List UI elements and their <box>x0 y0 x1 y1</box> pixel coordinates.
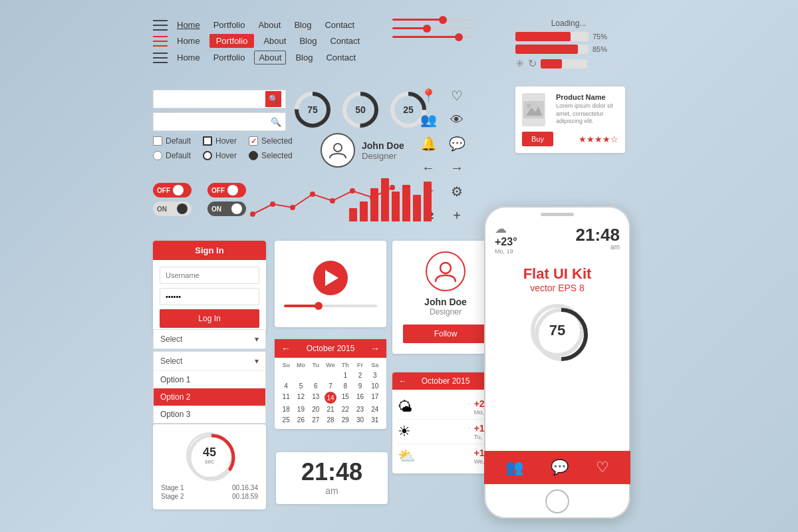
checkbox-box-hover-1[interactable] <box>203 136 212 146</box>
cal-day-21[interactable]: 21 <box>323 404 338 414</box>
cal-day-28[interactable]: 28 <box>323 415 338 425</box>
nav-home-1[interactable]: Home <box>173 19 204 31</box>
eye-icon[interactable]: 👁 <box>448 110 466 129</box>
hamburger-menu-2[interactable] <box>153 36 168 47</box>
chat-icon[interactable]: 💬 <box>448 134 466 153</box>
checkbox-box-selected-1[interactable]: ✓ <box>249 136 258 146</box>
dropdown-header[interactable]: Select ▾ <box>154 352 265 371</box>
cal-day-31[interactable]: 31 <box>368 415 382 425</box>
dropdown-select-1[interactable]: Select ▾ <box>153 329 266 349</box>
radio-default[interactable]: Default <box>153 151 191 160</box>
hamburger-menu-3[interactable] <box>153 53 168 63</box>
arrow-right-icon[interactable]: → <box>448 158 466 177</box>
play-button[interactable] <box>313 261 348 295</box>
search-input-2[interactable] <box>158 117 271 126</box>
cal-day-15[interactable]: 15 <box>338 392 352 404</box>
search-button-1[interactable]: 🔍 <box>265 91 281 107</box>
cal-day-27[interactable]: 27 <box>309 415 323 425</box>
nav-about-3[interactable]: About <box>254 51 286 65</box>
radio-box-hover[interactable] <box>203 151 212 160</box>
settings-icon[interactable]: ⚙ <box>448 182 466 201</box>
nav-contact-1[interactable]: Contact <box>321 19 358 31</box>
radio-selected[interactable]: Selected <box>249 151 293 160</box>
cal-day-19[interactable]: 19 <box>293 404 308 414</box>
nav-home-2[interactable]: Home <box>173 35 204 47</box>
cal-day-2[interactable]: 2 <box>352 370 367 380</box>
users-icon[interactable]: 👥 <box>419 110 438 129</box>
nav-blog-1[interactable]: Blog <box>290 19 315 31</box>
toggle-off-2[interactable]: OFF <box>207 183 246 198</box>
radio-hover[interactable]: Hover <box>203 151 237 160</box>
nav-contact-3[interactable]: Contact <box>322 51 360 64</box>
nav-portfolio-2[interactable]: Portfolio <box>209 34 255 48</box>
nav-about-1[interactable]: About <box>254 19 285 31</box>
cal-day-6[interactable]: 6 <box>309 381 323 391</box>
cal-day-29[interactable]: 29 <box>338 415 352 425</box>
calendar-next[interactable]: → <box>370 343 380 354</box>
password-input[interactable] <box>160 288 259 305</box>
cal-day-14-today[interactable]: 14 <box>325 392 336 404</box>
slider-track-3[interactable] <box>392 36 472 38</box>
cal-day-22[interactable]: 22 <box>338 404 352 414</box>
dropdown-option-1[interactable]: Option 1 <box>154 371 265 388</box>
login-button[interactable]: Log In <box>160 309 259 328</box>
buy-button[interactable]: Buy <box>522 132 553 146</box>
cal-day-18[interactable]: 18 <box>279 404 293 414</box>
username-input[interactable] <box>160 267 259 284</box>
cal-day-12[interactable]: 12 <box>293 392 308 404</box>
checkbox-default-1[interactable]: Default <box>153 136 191 146</box>
search-input-1[interactable] <box>158 94 265 104</box>
phone-nav-chat-icon[interactable]: 💬 <box>551 459 569 476</box>
toggle-on-2[interactable]: ON <box>207 201 246 216</box>
cal-day-26[interactable]: 26 <box>293 415 308 425</box>
cal-day-25[interactable]: 25 <box>279 415 293 425</box>
video-progress-bar[interactable] <box>284 305 377 307</box>
checkbox-hover-1[interactable]: Hover <box>203 136 237 146</box>
arrow-left-icon[interactable]: ← <box>419 158 438 177</box>
cal-day-1[interactable]: 1 <box>338 370 352 380</box>
hamburger-menu-1[interactable] <box>153 20 168 31</box>
cal-day-17[interactable]: 17 <box>368 392 382 404</box>
nav-contact-2[interactable]: Contact <box>326 35 364 47</box>
cal-day-4[interactable]: 4 <box>279 381 293 391</box>
bell-icon[interactable]: 🔔 <box>419 134 438 153</box>
heart-icon[interactable]: ♡ <box>448 86 466 105</box>
dropdown-option-2[interactable]: Option 2 <box>154 388 265 406</box>
radio-box-default[interactable] <box>153 151 162 160</box>
dropdown-option-3[interactable]: Option 3 <box>154 406 265 423</box>
nav-blog-2[interactable]: Blog <box>295 35 321 47</box>
toggle-on-1[interactable]: ON <box>153 201 192 216</box>
cal-day-9[interactable]: 9 <box>352 381 367 391</box>
phone-nav-users-icon[interactable]: 👥 <box>505 459 523 476</box>
phone-nav-heart-icon[interactable]: ♡ <box>596 459 609 476</box>
pin-icon[interactable]: 📍 <box>419 86 438 105</box>
cal-day-16[interactable]: 16 <box>352 392 367 404</box>
nav-about-2[interactable]: About <box>259 35 290 47</box>
toggle-off-1[interactable]: OFF <box>153 183 192 198</box>
checkbox-selected-1[interactable]: ✓ Selected <box>249 136 293 146</box>
cal-day-10[interactable]: 10 <box>368 381 382 391</box>
cal-day-20[interactable]: 20 <box>309 404 323 414</box>
cal-day-3[interactable]: 3 <box>368 370 382 380</box>
cal-day-7[interactable]: 7 <box>323 381 338 391</box>
nav-portfolio-1[interactable]: Portfolio <box>209 19 249 31</box>
add-icon[interactable]: + <box>448 206 466 225</box>
phone-home-button[interactable] <box>545 489 569 513</box>
video-progress-thumb[interactable] <box>315 302 323 310</box>
cal-day-5[interactable]: 5 <box>293 381 308 391</box>
slider-track-2[interactable] <box>392 27 472 29</box>
nav-portfolio-3[interactable]: Portfolio <box>209 51 249 64</box>
slider-track-1[interactable] <box>392 19 472 21</box>
follow-button[interactable]: Follow <box>403 325 488 343</box>
cal-day-13[interactable]: 13 <box>309 392 323 404</box>
cal-day-30[interactable]: 30 <box>352 415 367 425</box>
cal-day-8[interactable]: 8 <box>338 381 352 391</box>
checkbox-box-default-1[interactable] <box>153 136 162 146</box>
calendar-prev[interactable]: ← <box>281 343 291 354</box>
nav-blog-3[interactable]: Blog <box>291 51 317 64</box>
nav-home-3[interactable]: Home <box>173 51 204 64</box>
cal-day-24[interactable]: 24 <box>368 404 382 414</box>
cal-day-11[interactable]: 11 <box>279 392 293 404</box>
weather-prev[interactable]: ← <box>399 376 407 386</box>
radio-box-selected[interactable] <box>249 151 258 160</box>
